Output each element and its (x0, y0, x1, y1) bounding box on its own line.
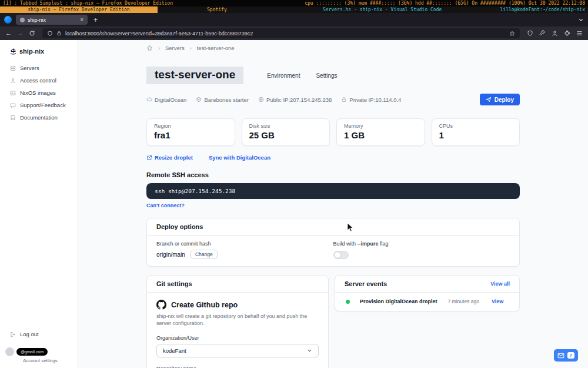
browser-tab[interactable]: ship-nix × (16, 15, 88, 25)
main-panel: › Servers › test-server-one test-server-… (78, 40, 588, 368)
impure-toggle[interactable] (333, 251, 349, 259)
tab-favicon (20, 18, 25, 22)
image-icon (10, 90, 16, 96)
bookmark-star-icon[interactable] (509, 31, 515, 37)
badge-public-ip: Public IP:207.154.245.238 (258, 97, 332, 103)
taskbar-active-window[interactable]: ship-nix — Firefox Developer Edition (0, 6, 158, 13)
tab-title: ship-nix (28, 17, 46, 23)
create-repo-heading-row: Create Github repo (156, 300, 319, 310)
firefox-logo-icon[interactable] (4, 16, 12, 24)
deploy-button-label: Deploy (495, 97, 514, 103)
forward-button: → (17, 30, 24, 37)
badge-label: Barebones starter (204, 97, 249, 103)
badge-plan: Barebones starter (196, 97, 249, 103)
tab-environment[interactable]: Environment (267, 72, 300, 79)
stat-value: 1 GB (344, 130, 417, 140)
view-all-link[interactable]: View all (490, 281, 510, 287)
taskbar-terminal-path: lillo@kodeFant:~/code/ship-nix (500, 6, 586, 13)
sidebar-item-access-control[interactable]: Access control (0, 74, 78, 87)
chevron-down-icon (307, 348, 312, 353)
ssh-command-block[interactable]: ssh ship@207.154.245.238 (146, 183, 520, 199)
breadcrumb: › Servers › test-server-one (146, 40, 520, 51)
stat-cards: Region fra1 Disk size 25 GB Memory 1 GB … (146, 118, 520, 146)
stat-value: 25 GB (249, 130, 323, 140)
badge-provider: DigitalOcean (146, 97, 186, 103)
sync-digitalocean-link[interactable]: Sync with DigitalOcean (209, 154, 270, 161)
stat-label: CPUs (439, 123, 513, 129)
sidebar-item-documentation[interactable]: Documentation (0, 111, 78, 124)
new-tab-button[interactable]: + (92, 16, 99, 24)
app-shell: ship-nix Servers Access control NixOS im… (0, 40, 588, 368)
send-icon (486, 97, 492, 102)
ship-logo-icon (10, 48, 16, 55)
event-time: 7 minutes ago (448, 299, 479, 304)
organization-select[interactable]: kodeFant (156, 344, 319, 357)
home-icon[interactable] (146, 45, 153, 51)
tab-settings[interactable]: Settings (316, 72, 337, 79)
sidebar-item-servers[interactable]: Servers (0, 62, 78, 74)
server-events-title: Server events (345, 280, 387, 287)
stat-value: fra1 (154, 130, 228, 140)
event-view-link[interactable]: View (492, 299, 503, 304)
shield-icon[interactable] (527, 30, 533, 37)
app-logo-text: ship-nix (19, 48, 44, 55)
chat-unread-badge: 7 (567, 352, 574, 359)
envelope-icon (557, 353, 564, 359)
sidebar-item-support-feedback[interactable]: Support/Feedback (0, 99, 78, 111)
url-bar[interactable]: localhost:8000/ShowServer?serverId=39d3e… (42, 28, 520, 38)
breadcrumb-current: test-server-one (197, 45, 235, 51)
sidebar-bottom: Log out @gmail.com Account settings (0, 328, 78, 363)
taskbar-item-vscode[interactable]: Servers.hs - ship-nix - Visual Studio Co… (323, 6, 442, 13)
change-branch-button[interactable]: Change (191, 250, 218, 259)
wm-task-bar: ship-nix — Firefox Developer Edition Spo… (0, 6, 588, 13)
badge-private-ip: Private IP:10.114.0.4 (341, 97, 401, 103)
devtools-wrench-icon[interactable] (539, 30, 546, 37)
tab-list-chevron-icon[interactable] (578, 17, 584, 23)
account-section[interactable]: @gmail.com Account settings (0, 347, 78, 363)
reload-button[interactable] (29, 30, 35, 37)
toggle-knob (335, 252, 340, 258)
title-row: test-server-one Environment Settings (146, 67, 520, 84)
breadcrumb-servers[interactable]: Servers (165, 45, 185, 51)
logout-label: Log out (20, 331, 39, 337)
servers-icon (10, 65, 16, 71)
sidebar-item-label: Access control (20, 77, 56, 84)
extensions-puzzle-icon[interactable] (564, 30, 570, 37)
branch-value: origin/main (156, 251, 185, 258)
server-meta-row: DigitalOcean Barebones starter Public IP… (146, 94, 520, 105)
badge-label: DigitalOcean (155, 97, 186, 103)
sidebar-item-nixos-images[interactable]: NixOS images (0, 87, 78, 99)
tab-close-icon[interactable]: × (80, 17, 83, 23)
deploy-button[interactable]: Deploy (480, 94, 520, 105)
breadcrumb-separator: › (190, 45, 192, 51)
browser-tab-bar: ship-nix × + (0, 13, 588, 26)
event-name: Provision DigitalOcean droplet (360, 299, 437, 304)
cant-connect-link[interactable]: Can't connect? (146, 203, 520, 208)
external-link-icon (146, 155, 152, 161)
stat-value: 1 (439, 130, 513, 140)
page-tabs: Environment Settings (267, 72, 337, 79)
taskbar-item-spotify[interactable]: Spotify (207, 6, 227, 13)
url-text[interactable]: localhost:8000/ShowServer?serverId=39d3e… (65, 31, 506, 37)
organization-label: Organization/User (156, 335, 319, 341)
stat-label: Disk size (249, 123, 323, 129)
account-icon[interactable] (552, 30, 558, 37)
stat-card-disk: Disk size 25 GB (242, 118, 330, 146)
back-button[interactable]: ← (5, 30, 12, 37)
sidebar: ship-nix Servers Access control NixOS im… (0, 40, 78, 368)
menu-hamburger-icon[interactable] (576, 30, 583, 37)
sidebar-item-label: Support/Feedback (20, 102, 66, 108)
browser-toolbar-icons (527, 30, 583, 37)
sidebar-item-label: Documentation (20, 114, 58, 121)
site-security-icon[interactable] (56, 31, 62, 36)
ssh-heading: Remote SSH access (146, 171, 520, 178)
app-logo[interactable]: ship-nix (0, 40, 78, 62)
chat-widget-button[interactable]: 7 (554, 349, 578, 362)
impure-section: Build with --impure flag (333, 241, 510, 259)
account-settings-link[interactable]: Account settings (23, 358, 72, 363)
badge-label: Public IP:207.154.245.238 (266, 97, 332, 103)
resize-droplet-link[interactable]: Resize droplet (146, 154, 193, 161)
droplet-links: Resize droplet Sync with DigitalOcean (146, 154, 520, 161)
logout-button[interactable]: Log out (0, 328, 78, 340)
tracking-shield-icon[interactable] (47, 31, 53, 37)
